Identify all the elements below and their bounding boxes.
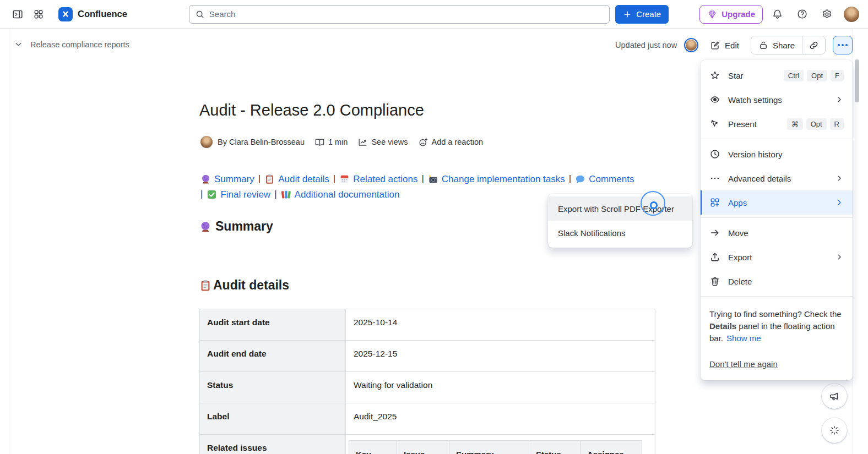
confluence-home[interactable]: Confluence [58, 7, 127, 21]
show-me-link[interactable]: Show me [726, 333, 761, 343]
toc-link-related-actions[interactable]: Related actions [339, 172, 417, 187]
page-title: Audit - Release 2.0 Compliance [199, 100, 424, 121]
issues-col-header: Assignee [581, 441, 642, 454]
shortcut-key: R [830, 118, 844, 130]
menu-item-watch-settings[interactable]: Watch settings [701, 87, 853, 112]
table-row: Audit end date 2025-12-15 [200, 341, 655, 372]
see-views[interactable]: See views [357, 137, 408, 147]
crystal-ball-icon [199, 221, 211, 233]
apps-submenu: Export with Scroll PDF Exporter Slack No… [548, 194, 692, 248]
apps-grid-plus-icon [709, 197, 720, 208]
search-icon [194, 9, 205, 20]
menu-item-present[interactable]: Present ⌘OptR [701, 112, 853, 136]
menu-footer-tip: Trying to find something? Check the Deta… [701, 299, 853, 380]
emoji-add-icon [418, 137, 428, 147]
top-navigation: Confluence Create Upgrade [0, 0, 868, 29]
edit-button[interactable]: Edit [706, 37, 744, 54]
settings-button[interactable] [818, 6, 836, 23]
shortcut-key: Ctrl [784, 70, 804, 81]
menu-item-version-history[interactable]: Version history [701, 142, 853, 166]
clock-icon [709, 149, 720, 160]
chevron-right-icon [835, 95, 844, 104]
spinner-icon [829, 425, 840, 436]
toc-link-change-tasks[interactable]: Change implementation tasks [428, 172, 565, 187]
menu-item-advanced-details[interactable]: Advanced details [701, 166, 853, 190]
row-label: Related issues [200, 435, 346, 454]
table-row: Audit start date 2025-10-14 [200, 309, 655, 341]
dont-tell-me-again-link[interactable]: Don't tell me again [709, 358, 778, 370]
toc-link-comments[interactable]: Comments [575, 172, 634, 187]
issues-col-header: Key [349, 441, 397, 454]
collapse-spinner-button[interactable] [822, 418, 847, 443]
content-left-border [9, 29, 9, 454]
menu-divider [701, 296, 853, 297]
arrow-right-icon [709, 227, 720, 238]
create-button[interactable]: Create [615, 5, 669, 24]
row-label: Audit end date [200, 341, 346, 372]
question-circle-icon [796, 8, 808, 20]
edit-pencil-icon [710, 40, 720, 51]
read-time: 1 min [314, 137, 348, 147]
add-reaction[interactable]: Add a reaction [418, 137, 484, 147]
related-issues-table: Key Issue Summary Status Assignee [349, 440, 642, 454]
copy-link-button[interactable] [802, 36, 825, 54]
more-actions-button[interactable] [833, 36, 853, 54]
breadcrumb[interactable]: Release compliance reports [14, 40, 129, 49]
author-name[interactable]: By Clara Belin-Brosseau [218, 138, 305, 146]
shortcut-key: ⌘ [787, 118, 803, 130]
row-value: Key Issue Summary Status Assignee [346, 435, 655, 454]
menu-item-star[interactable]: Star CtrlOptF [701, 63, 853, 87]
menu-item-move[interactable]: Move [701, 221, 853, 245]
app-name: Confluence [78, 9, 127, 19]
row-value: 2025-10-14 [346, 309, 655, 341]
chevron-down-icon [14, 40, 23, 49]
table-row: Label Audit_2025 [200, 403, 655, 435]
clipboard-icon [264, 174, 275, 184]
global-search [189, 5, 610, 24]
table-row: Status Waiting for validation [200, 372, 655, 403]
submenu-item-scroll-pdf-exporter[interactable]: Export with Scroll PDF Exporter [548, 196, 692, 221]
upgrade-button[interactable]: Upgrade [699, 5, 763, 24]
audit-details-heading: Audit details [199, 278, 289, 293]
eye-icon [709, 94, 720, 105]
presenter-icon [709, 118, 720, 129]
chevron-right-icon [835, 174, 844, 183]
notifications-button[interactable] [768, 6, 786, 23]
menu-item-export[interactable]: Export [701, 245, 853, 269]
ellipsis-icon [838, 44, 840, 46]
breadcrumb-label: Release compliance reports [30, 40, 129, 49]
author-avatar[interactable] [200, 136, 213, 148]
toc-link-final-review[interactable]: Final review [207, 187, 270, 202]
help-button[interactable] [793, 6, 811, 23]
updated-status: Updated just now [615, 41, 677, 50]
user-avatar[interactable] [844, 7, 859, 22]
shortcut-key: Opt [807, 70, 827, 81]
row-value: 2025-12-15 [346, 341, 655, 372]
toc-link-additional-docs[interactable]: Additional documentation [281, 187, 400, 202]
shortcut-key: Opt [806, 118, 827, 130]
gear-icon [821, 8, 833, 20]
announcements-button[interactable] [822, 384, 847, 409]
issues-col-header: Issue [397, 441, 449, 454]
page-scrollbar[interactable] [855, 59, 859, 102]
check-mark-icon [207, 189, 217, 200]
chevron-right-icon [835, 198, 844, 207]
search-input[interactable] [189, 5, 610, 24]
clipboard-icon [199, 280, 211, 292]
collaborator-avatar[interactable] [684, 38, 698, 52]
star-icon [709, 70, 720, 81]
views-chart-icon [357, 137, 368, 147]
toc-link-summary[interactable]: Summary [200, 172, 254, 187]
menu-item-apps[interactable]: Apps [701, 190, 853, 215]
app-grid-icon [33, 9, 44, 20]
share-button[interactable]: Share [751, 36, 802, 54]
content-right-border [853, 29, 853, 454]
menu-item-delete[interactable]: Delete [701, 269, 853, 293]
app-switcher-button[interactable] [30, 6, 47, 23]
menu-divider [701, 217, 853, 218]
sidebar-toggle-button[interactable] [9, 6, 26, 23]
submenu-item-slack-notifications[interactable]: Slack Notifications [548, 221, 692, 245]
toc-link-audit-details[interactable]: Audit details [264, 172, 329, 187]
issues-col-header: Summary [449, 441, 529, 454]
byline: By Clara Belin-Brosseau 1 min See views … [200, 136, 483, 148]
